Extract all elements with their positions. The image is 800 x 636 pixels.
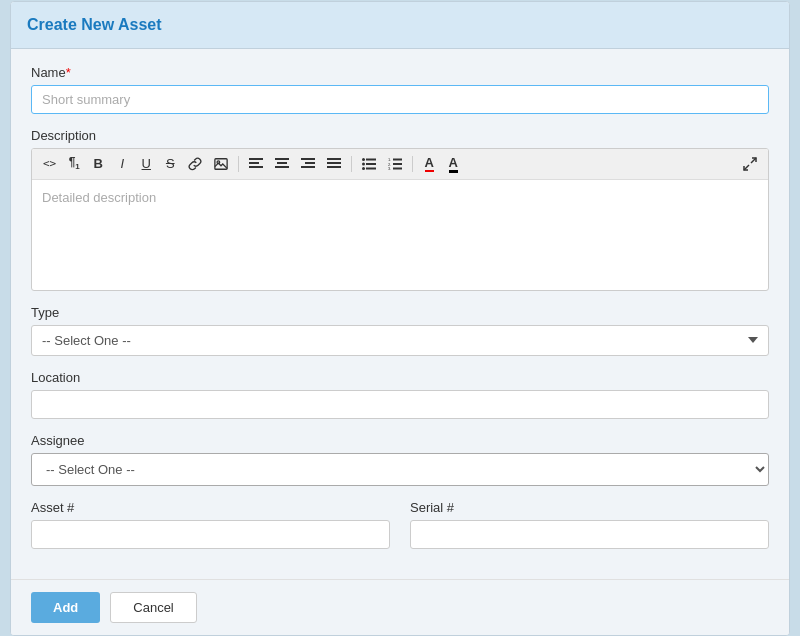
svg-rect-2 bbox=[249, 158, 263, 160]
cancel-button[interactable]: Cancel bbox=[110, 592, 196, 623]
type-group: Type -- Select One -- bbox=[31, 305, 769, 356]
ordered-list-button[interactable]: 1. 2. 3. bbox=[383, 153, 407, 175]
strikethrough-button[interactable]: S bbox=[159, 153, 181, 175]
assignee-select[interactable]: -- Select One -- bbox=[31, 453, 769, 486]
create-asset-modal: Create New Asset Name* Description <> ¶1 bbox=[10, 1, 790, 636]
image-button[interactable] bbox=[209, 153, 233, 175]
heading-button[interactable]: ¶1 bbox=[63, 153, 85, 175]
svg-rect-8 bbox=[301, 158, 315, 160]
assignee-label: Assignee bbox=[31, 433, 769, 448]
svg-rect-9 bbox=[305, 162, 315, 164]
svg-rect-23 bbox=[393, 163, 402, 165]
assignee-group: Assignee -- Select One -- bbox=[31, 433, 769, 486]
editor-toolbar: <> ¶1 B I U S bbox=[32, 149, 768, 180]
svg-rect-10 bbox=[301, 166, 315, 168]
serial-num-label: Serial # bbox=[410, 500, 769, 515]
type-label: Type bbox=[31, 305, 769, 320]
svg-point-14 bbox=[362, 158, 365, 161]
type-select[interactable]: -- Select One -- bbox=[31, 325, 769, 356]
location-input[interactable] bbox=[31, 390, 769, 419]
toolbar-separator-2 bbox=[351, 156, 352, 172]
svg-rect-21 bbox=[393, 158, 402, 160]
svg-rect-3 bbox=[249, 162, 259, 164]
svg-rect-13 bbox=[327, 166, 341, 168]
modal-header: Create New Asset bbox=[11, 2, 789, 49]
modal-body: Name* Description <> ¶1 B bbox=[11, 49, 789, 579]
bullet-list-button[interactable] bbox=[357, 153, 381, 175]
description-editor: <> ¶1 B I U S bbox=[31, 148, 769, 291]
description-placeholder: Detailed description bbox=[42, 190, 156, 205]
highlight-button[interactable]: A bbox=[442, 153, 464, 175]
link-button[interactable] bbox=[183, 153, 207, 175]
align-right-button[interactable] bbox=[296, 153, 320, 175]
svg-rect-15 bbox=[366, 158, 376, 160]
svg-rect-7 bbox=[275, 166, 289, 168]
align-left-button[interactable] bbox=[244, 153, 268, 175]
serial-num-input[interactable] bbox=[410, 520, 769, 549]
svg-rect-19 bbox=[366, 167, 376, 169]
svg-text:3.: 3. bbox=[388, 166, 391, 170]
add-button[interactable]: Add bbox=[31, 592, 100, 623]
svg-rect-6 bbox=[277, 162, 287, 164]
svg-rect-25 bbox=[393, 167, 402, 169]
expand-button[interactable] bbox=[738, 153, 762, 175]
align-justify-button[interactable] bbox=[322, 153, 346, 175]
underline-button[interactable]: U bbox=[135, 153, 157, 175]
asset-serial-row: Asset # Serial # bbox=[31, 500, 769, 563]
name-group: Name* bbox=[31, 65, 769, 114]
code-button[interactable]: <> bbox=[38, 153, 61, 175]
description-input[interactable]: Detailed description bbox=[32, 180, 768, 290]
italic-button[interactable]: I bbox=[111, 153, 133, 175]
font-color-button[interactable]: A bbox=[418, 153, 440, 175]
svg-rect-11 bbox=[327, 158, 341, 160]
svg-rect-12 bbox=[327, 162, 341, 164]
svg-rect-17 bbox=[366, 163, 376, 165]
svg-rect-4 bbox=[249, 166, 263, 168]
asset-num-group: Asset # bbox=[31, 500, 390, 549]
name-input[interactable] bbox=[31, 85, 769, 114]
svg-point-16 bbox=[362, 162, 365, 165]
serial-num-group: Serial # bbox=[410, 500, 769, 549]
svg-point-18 bbox=[362, 167, 365, 170]
modal-title: Create New Asset bbox=[27, 16, 773, 34]
asset-num-label: Asset # bbox=[31, 500, 390, 515]
asset-num-input[interactable] bbox=[31, 520, 390, 549]
toolbar-separator-3 bbox=[412, 156, 413, 172]
description-group: Description <> ¶1 B I U bbox=[31, 128, 769, 291]
bold-button[interactable]: B bbox=[87, 153, 109, 175]
toolbar-separator-1 bbox=[238, 156, 239, 172]
modal-footer: Add Cancel bbox=[11, 579, 789, 635]
name-label: Name* bbox=[31, 65, 769, 80]
location-group: Location bbox=[31, 370, 769, 419]
align-center-button[interactable] bbox=[270, 153, 294, 175]
description-label: Description bbox=[31, 128, 769, 143]
location-label: Location bbox=[31, 370, 769, 385]
svg-rect-5 bbox=[275, 158, 289, 160]
